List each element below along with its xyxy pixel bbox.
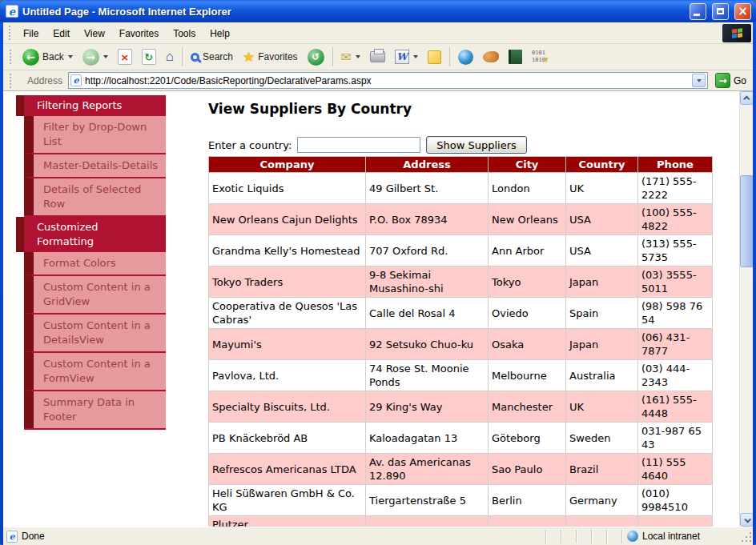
- menu-items: FileEditViewFavoritesToolsHelp: [16, 26, 237, 40]
- status-bar: e Done Local intranet: [3, 527, 753, 545]
- sidebar-item[interactable]: Master-Details-Details: [24, 153, 166, 177]
- resize-grip[interactable]: [742, 530, 753, 543]
- sidebar-item[interactable]: Custom Content in a FormView: [24, 351, 166, 390]
- home-button[interactable]: ⌂: [162, 46, 178, 67]
- word-icon: W: [395, 50, 409, 64]
- status-pane: [561, 530, 576, 543]
- menu-item-view[interactable]: View: [77, 25, 112, 42]
- binary-icon: 0101 1010 0101: [532, 50, 548, 64]
- script-tool-button[interactable]: 0101 1010 0101: [528, 47, 552, 66]
- menubar-grip[interactable]: [9, 26, 13, 40]
- table-cell: Australia: [566, 360, 638, 391]
- refresh-icon: ↻: [142, 49, 156, 65]
- status-left-pane: e Done: [6, 531, 545, 543]
- back-button[interactable]: ← Back: [18, 46, 77, 68]
- table-header-row: CompanyAddressCityCountryPhone: [209, 157, 713, 173]
- menu-item-favorites[interactable]: Favorites: [112, 25, 166, 42]
- close-button[interactable]: ×: [734, 3, 751, 20]
- status-pane: [606, 530, 621, 543]
- table-row: Tokyo Traders9-8 Sekimai Musashino-shiTo…: [209, 266, 713, 298]
- history-button[interactable]: ↺: [304, 46, 328, 68]
- table-cell: Germany: [566, 485, 638, 516]
- go-label: Go: [734, 75, 746, 86]
- stop-button[interactable]: ×: [114, 46, 136, 67]
- search-button[interactable]: Search: [187, 49, 237, 65]
- table-cell: Exotic Liquids: [209, 173, 366, 204]
- ie-app-icon: e: [6, 5, 18, 18]
- forward-dropdown-icon[interactable]: [103, 55, 108, 58]
- address-input[interactable]: [85, 75, 689, 86]
- table-cell: Calle del Rosal 4: [366, 298, 489, 329]
- favorites-button[interactable]: ★ Favorites: [239, 46, 302, 68]
- print-icon: [370, 51, 385, 62]
- menu-item-file[interactable]: File: [16, 25, 46, 42]
- table-cell: (100) 555-4822: [638, 204, 713, 235]
- table-cell: Bogenallee 51: [366, 516, 489, 527]
- scroll-up-button[interactable]: [740, 91, 753, 105]
- country-input[interactable]: [297, 137, 420, 153]
- sidebar-item[interactable]: Summary Data in Footer: [24, 390, 166, 428]
- windows-logo-icon: [722, 24, 751, 42]
- table-cell: 9-8 Sekimai Musashino-shi: [366, 266, 489, 298]
- table-cell: Göteborg: [489, 423, 566, 454]
- refresh-button[interactable]: ↻: [138, 46, 160, 67]
- edit-with-word-button[interactable]: W: [391, 47, 422, 66]
- toolbar-grip[interactable]: [10, 50, 14, 64]
- back-dropdown-icon[interactable]: [68, 55, 73, 58]
- mail-button[interactable]: ✉: [337, 47, 364, 67]
- go-button[interactable]: → Go: [712, 72, 750, 89]
- table-cell: Melbourne: [489, 360, 566, 391]
- sidebar-item[interactable]: Format Colors: [24, 252, 166, 275]
- table-cell: 92 Setsuko Chuo-ku: [366, 329, 489, 360]
- table-cell: Sao Paulo: [489, 454, 566, 485]
- page-content: Filtering ReportsFilter by Drop-Down Lis…: [3, 91, 753, 527]
- discuss-button[interactable]: [424, 48, 445, 66]
- menu-item-tools[interactable]: Tools: [166, 25, 203, 42]
- print-button[interactable]: [366, 49, 389, 65]
- address-input-box[interactable]: e: [68, 72, 708, 89]
- table-cell: Berlin: [489, 485, 566, 516]
- scrollbar-thumb[interactable]: [740, 175, 753, 267]
- table-row: Specialty Biscuits, Ltd.29 King's WayMan…: [209, 391, 713, 423]
- sidebar-item[interactable]: Details of Selected Row: [24, 177, 166, 215]
- minimize-icon: [694, 14, 700, 16]
- table-cell: Tokyo: [489, 266, 566, 298]
- table-cell: Plutzer Lebensmittelgroßmärkte: [209, 516, 366, 527]
- edit-dropdown-icon[interactable]: [413, 55, 418, 58]
- sidebar-nav: Filtering ReportsFilter by Drop-Down Lis…: [16, 95, 166, 430]
- table-cell: (171) 555-2222: [638, 173, 713, 204]
- table-cell: Grandma Kelly's Homestead: [209, 235, 366, 266]
- mail-icon: ✉: [341, 50, 352, 65]
- vertical-scrollbar[interactable]: [739, 91, 753, 527]
- chevron-up-icon: [743, 95, 750, 102]
- sidebar-item[interactable]: Custom Content in a DetailsView: [24, 313, 166, 351]
- table-cell: Japan: [566, 266, 638, 298]
- sidebar-item[interactable]: Filter by Drop-Down List: [24, 116, 166, 153]
- table-cell: Specialty Biscuits, Ltd.: [209, 391, 366, 423]
- menu-item-edit[interactable]: Edit: [46, 25, 77, 42]
- research-book-icon: [509, 50, 522, 64]
- scroll-down-button[interactable]: [740, 513, 753, 527]
- addon-button[interactable]: [479, 49, 503, 65]
- show-suppliers-button[interactable]: Show Suppliers: [426, 136, 527, 154]
- forward-button[interactable]: →: [78, 46, 112, 68]
- table-cell: UK: [566, 391, 638, 423]
- table-cell: Av. das Americanas 12.890: [366, 454, 489, 485]
- forward-icon: →: [82, 49, 99, 66]
- status-pane: [576, 530, 591, 543]
- table-cell: (03) 444-2343: [638, 360, 713, 391]
- maximize-button[interactable]: [712, 3, 729, 20]
- research-button[interactable]: [505, 47, 526, 66]
- menu-item-help[interactable]: Help: [203, 25, 237, 42]
- address-dropdown-button[interactable]: [692, 74, 706, 87]
- table-cell: Ann Arbor: [489, 235, 566, 266]
- back-label: Back: [42, 51, 64, 62]
- table-cell: PB Knäckebröd AB: [209, 423, 366, 454]
- addressbar-grip[interactable]: [10, 74, 14, 88]
- mail-dropdown-icon[interactable]: [356, 55, 360, 58]
- web-search-button[interactable]: [454, 47, 477, 67]
- sidebar-item[interactable]: Custom Content in a GridView: [24, 275, 166, 313]
- globe-search-icon: [458, 50, 473, 65]
- minimize-button[interactable]: [690, 3, 706, 20]
- back-icon: ←: [22, 49, 39, 66]
